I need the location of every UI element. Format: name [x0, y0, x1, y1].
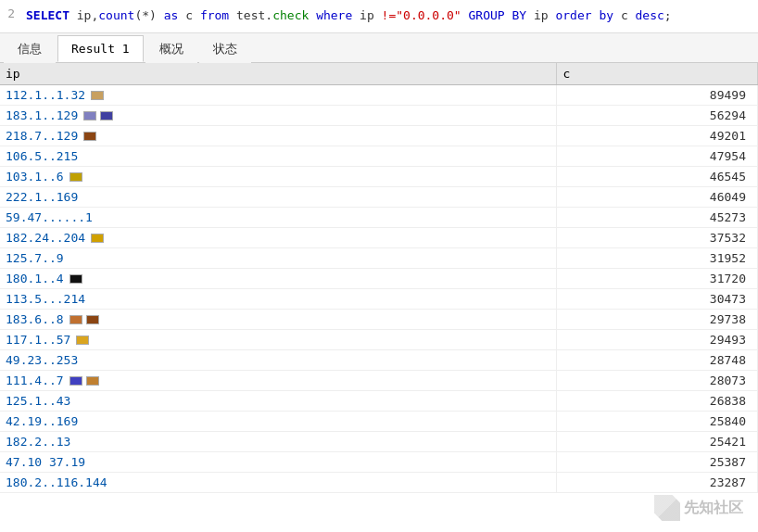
ip-address: 106.5..215 [6, 149, 78, 163]
flag-icon [91, 91, 104, 100]
sql-editor: 2 SELECT ip,count(*) as c from test.chec… [0, 0, 758, 33]
ip-cell: 182.24..204 [0, 228, 557, 247]
count-cell: 31952 [557, 248, 758, 269]
table-row[interactable]: 117.1..5729493 [0, 330, 758, 350]
ip-address: 183.1..129 [6, 108, 78, 122]
table-row[interactable]: 222.1..16946049 [0, 187, 758, 208]
ip-address: 218.7..129 [6, 129, 78, 143]
count-cell: 30473 [557, 289, 758, 310]
table-row[interactable]: 183.6..829738 [0, 310, 758, 330]
ip-cell: 218.7..129 [0, 126, 557, 146]
column-header-ip: ip [0, 63, 557, 85]
ip-address: 182.2..13 [6, 435, 70, 449]
ip-address: 125.7..9 [6, 251, 64, 265]
flag-icon [83, 132, 96, 141]
ip-address: 125.1..43 [6, 394, 70, 408]
tab-信息[interactable]: 信息 [4, 34, 56, 63]
tabs-bar: 信息Result 1概况状态 [0, 33, 758, 63]
results-area[interactable]: ipc 112.1..1.3289499183.1..12956294218.7… [0, 63, 758, 493]
table-row[interactable]: 180.2..116.14423287 [0, 473, 758, 493]
count-cell: 29738 [557, 310, 758, 330]
flag-icon-2 [86, 315, 99, 324]
ip-address: 49.23..253 [6, 353, 78, 367]
table-row[interactable]: 180.1..431720 [0, 269, 758, 289]
flag-icon [83, 111, 96, 120]
table-row[interactable]: 49.23..25328748 [0, 350, 758, 371]
count-cell: 46049 [557, 187, 758, 208]
ip-cell: 103.1..6 [0, 167, 557, 186]
table-row[interactable]: 113.5...21430473 [0, 289, 758, 310]
tab-result-1[interactable]: Result 1 [57, 35, 144, 62]
ip-address: 47.10 37.19 [6, 455, 85, 469]
ip-cell: 59.47......1 [0, 208, 557, 227]
ip-cell: 180.1..4 [0, 269, 557, 288]
table-row[interactable]: 59.47......145273 [0, 208, 758, 228]
ip-cell: 222.1..169 [0, 187, 557, 207]
ip-cell: 183.1..129 [0, 106, 557, 125]
ip-cell: 113.5...214 [0, 289, 557, 309]
table-row[interactable]: 183.1..12956294 [0, 106, 758, 126]
count-cell: 29493 [557, 330, 758, 350]
count-cell: 25387 [557, 452, 758, 473]
table-row[interactable]: 125.1..4326838 [0, 391, 758, 412]
count-cell: 28748 [557, 350, 758, 371]
results-table: ipc 112.1..1.3289499183.1..12956294218.7… [0, 63, 758, 493]
line-number: 2 [0, 4, 22, 23]
ip-address: 183.6..8 [6, 312, 64, 326]
ip-address: 222.1..169 [6, 190, 78, 204]
table-row[interactable]: 103.1..646545 [0, 167, 758, 187]
flag-icon [69, 315, 82, 324]
sql-code[interactable]: SELECT ip,count(*) as c from test.check … [22, 4, 758, 28]
count-cell: 56294 [557, 106, 758, 126]
flag-icon [69, 376, 82, 386]
table-row[interactable]: 182.2..1325421 [0, 432, 758, 452]
watermark: 先知社区 [654, 495, 743, 521]
ip-cell: 125.1..43 [0, 391, 557, 411]
table-row[interactable]: 218.7..12949201 [0, 126, 758, 146]
count-cell: 89499 [557, 85, 758, 106]
ip-address: 182.24..204 [6, 231, 85, 245]
count-cell: 37532 [557, 228, 758, 248]
ip-cell: 125.7..9 [0, 248, 557, 268]
watermark-text: 先知社区 [684, 499, 743, 518]
ip-cell: 112.1..1.32 [0, 85, 557, 105]
ip-address: 42.19..169 [6, 414, 78, 428]
flag-icon [76, 336, 89, 345]
table-row[interactable]: 111.4..728073 [0, 371, 758, 391]
ip-cell: 180.2..116.144 [0, 473, 557, 492]
table-row[interactable]: 42.19..16925840 [0, 412, 758, 432]
table-row[interactable]: 112.1..1.3289499 [0, 85, 758, 106]
ip-cell: 183.6..8 [0, 310, 557, 329]
count-cell: 47954 [557, 146, 758, 167]
ip-address: 111.4..7 [6, 374, 64, 387]
ip-address: 113.5...214 [6, 292, 85, 306]
ip-address: 59.47......1 [6, 210, 93, 224]
count-cell: 25421 [557, 432, 758, 452]
count-cell: 31720 [557, 269, 758, 289]
count-cell: 23287 [557, 473, 758, 493]
ip-cell: 117.1..57 [0, 330, 557, 349]
table-row[interactable]: 182.24..20437532 [0, 228, 758, 248]
ip-address: 180.2..116.144 [6, 475, 107, 489]
table-row[interactable]: 106.5..21547954 [0, 146, 758, 167]
watermark-icon [654, 495, 680, 521]
ip-cell: 182.2..13 [0, 432, 557, 451]
tab-概况[interactable]: 概况 [145, 34, 197, 63]
ip-cell: 49.23..253 [0, 350, 557, 370]
ip-address: 103.1..6 [6, 170, 64, 184]
ip-cell: 47.10 37.19 [0, 452, 557, 472]
ip-address: 112.1..1.32 [6, 88, 85, 102]
count-cell: 46545 [557, 167, 758, 187]
flag-icon-2 [100, 111, 113, 120]
tab-状态[interactable]: 状态 [199, 34, 251, 63]
table-row[interactable]: 47.10 37.1925387 [0, 452, 758, 473]
count-cell: 45273 [557, 208, 758, 228]
ip-address: 117.1..57 [6, 333, 70, 347]
ip-cell: 106.5..215 [0, 146, 557, 166]
table-row[interactable]: 125.7..931952 [0, 248, 758, 269]
count-cell: 25840 [557, 412, 758, 432]
flag-icon [69, 274, 82, 284]
flag-icon [69, 172, 82, 182]
ip-cell: 111.4..7 [0, 371, 557, 390]
count-cell: 26838 [557, 391, 758, 412]
